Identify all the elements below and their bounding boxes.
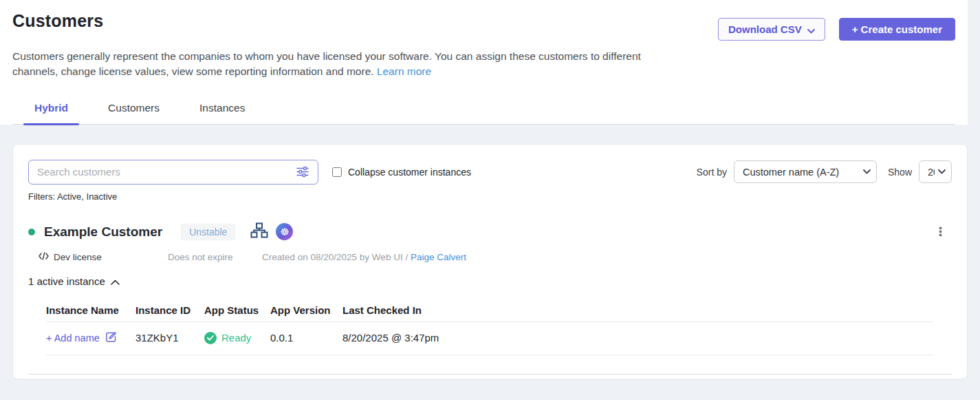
chevron-down-icon [807,24,815,36]
tab-hybrid[interactable]: Hybrid [23,102,79,124]
created-info-text: Created on 08/20/2025 by Web UI / [262,252,411,262]
tab-instances[interactable]: Instances [188,102,256,124]
tab-bar: Hybrid Customers Instances [12,102,955,125]
active-status-dot [28,229,35,235]
download-csv-label: Download CSV [728,23,802,35]
instances-summary-toggle[interactable]: 1 active instance [28,275,120,287]
last-checked-in-value: 8/20/2025 @ 3:47pm [342,332,933,344]
collapse-instances-checkbox[interactable] [332,167,342,177]
code-icon [39,252,49,262]
license-row: Dev license Does not expire Created on 0… [28,252,952,262]
col-last-checked-in: Last Checked In [342,304,933,316]
add-name-link[interactable]: + Add name [46,331,117,345]
col-app-version: App Version [270,304,342,316]
show-count-select[interactable]: 20 [919,160,952,183]
channel-badge: Unstable [181,224,235,240]
page-title: Customers [12,11,103,31]
active-filters-summary: Filters: Active, Inactive [28,191,952,202]
page-header: Customers Download CSV + Create customer… [0,0,968,125]
tab-customers[interactable]: Customers [97,102,171,124]
license-type-label: Dev license [54,252,102,262]
learn-more-link[interactable]: Learn more [377,65,431,77]
customers-card: Collapse customer instances Sort by Cust… [12,144,968,379]
kubernetes-icon: ☸ [276,223,293,240]
add-name-label: + Add name [46,333,100,344]
instances-summary-label: 1 active instance [28,275,105,287]
org-chart-icon [250,222,268,242]
app-status-value: Ready [221,332,251,344]
edit-icon [105,331,117,345]
created-by-link[interactable]: Paige Calvert [411,252,466,262]
download-csv-button[interactable]: Download CSV [718,18,825,41]
check-circle-icon [204,332,217,344]
customer-options-kebab-icon[interactable]: ⋮ [929,224,952,240]
instance-table-row: + Add name 31ZKbY1 Ready 0.0.1 [46,322,933,355]
instances-table-header: Instance Name Instance ID App Status App… [46,304,933,322]
instance-id-value: 31ZKbY1 [135,332,204,344]
col-app-status: App Status [204,304,270,316]
customers-toolbar: Collapse customer instances Sort by Cust… [28,160,952,185]
chevron-up-icon [111,275,120,287]
customer-name-link[interactable]: Example Customer [44,224,162,240]
main-area: Collapse customer instances Sort by Cust… [0,125,980,379]
customer-row-header: Example Customer Unstable ☸ ⋮ [28,222,952,242]
app-version-value: 0.0.1 [270,332,342,344]
page-description-text: Customers generally represent the compan… [12,50,641,77]
search-box [28,160,318,185]
app-status-cell: Ready [204,332,270,344]
collapse-instances-label[interactable]: Collapse customer instances [348,167,471,178]
create-customer-button[interactable]: + Create customer [839,18,955,41]
license-expiration: Does not expire [168,252,262,262]
filter-sliders-icon[interactable] [296,166,309,178]
show-label: Show [888,167,912,178]
instances-table: Instance Name Instance ID App Status App… [46,304,933,355]
col-instance-name: Instance Name [46,304,135,316]
created-info: Created on 08/20/2025 by Web UI / Paige … [262,252,466,262]
sort-by-label: Sort by [697,167,727,178]
page-description: Customers generally represent the compan… [12,49,676,80]
sort-by-select[interactable]: Customer name (A-Z) [734,160,877,183]
col-instance-id: Instance ID [135,304,204,316]
customer-section-divider [28,374,952,375]
search-input[interactable] [37,166,296,178]
